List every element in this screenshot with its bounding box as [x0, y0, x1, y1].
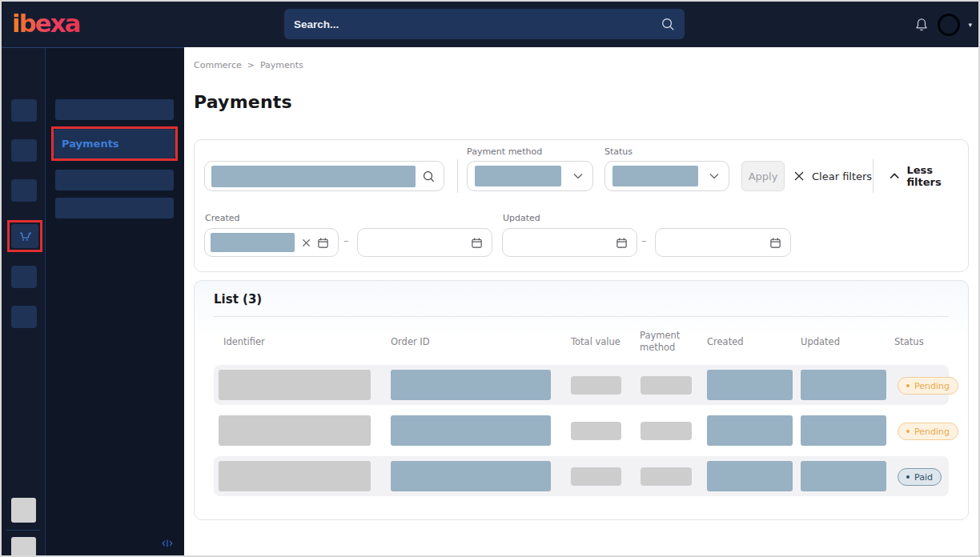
- less-filters-label: Less filters: [906, 164, 968, 188]
- breadcrumb-item-commerce[interactable]: Commerce: [194, 60, 242, 70]
- sidebar-item-1[interactable]: [55, 99, 174, 120]
- global-search[interactable]: [284, 9, 685, 39]
- less-filters-toggle[interactable]: Less filters: [890, 161, 968, 191]
- redacted-created: [707, 415, 793, 446]
- breadcrumb-item-payments[interactable]: Payments: [260, 60, 303, 70]
- redacted-identifier: [219, 415, 371, 446]
- column-header-created: Created: [702, 336, 796, 348]
- redacted-total-value: [571, 467, 621, 486]
- sidebar-item-label: Payments: [62, 138, 119, 150]
- created-to-input[interactable]: [357, 228, 492, 257]
- redacted-order-id: [391, 415, 551, 446]
- payment-method-select[interactable]: [467, 161, 593, 191]
- sidebar-collapse-button[interactable]: [161, 536, 174, 551]
- table-row[interactable]: Pending: [214, 365, 949, 405]
- shopping-cart-icon: [17, 228, 33, 244]
- redacted-payment-method: [641, 467, 692, 486]
- rail-item-5[interactable]: [11, 266, 37, 288]
- secondary-sidebar: Payments: [46, 47, 184, 555]
- redacted-updated: [801, 415, 886, 446]
- status-dot-icon: [906, 475, 910, 479]
- breadcrumb-separator: >: [247, 60, 255, 70]
- filters-panel: Payment method Status Apply: [194, 139, 969, 272]
- page-title: Payments: [194, 92, 292, 112]
- calendar-icon[interactable]: [471, 237, 483, 249]
- rail-divider: [6, 530, 40, 531]
- app-window: ibexa ▾: [0, 0, 980, 557]
- clear-filters-button[interactable]: Clear filters: [793, 161, 872, 191]
- column-header-status: Status: [890, 336, 949, 348]
- calendar-icon[interactable]: [769, 237, 781, 249]
- status-text: Pending: [914, 427, 950, 437]
- annotation-highlight-cart: [7, 220, 42, 252]
- redacted-created: [707, 461, 793, 491]
- calendar-icon[interactable]: [616, 237, 628, 249]
- column-header-total-value: Total value: [566, 336, 635, 348]
- redacted-created: [707, 370, 793, 400]
- filter-search-box[interactable]: [204, 161, 444, 191]
- icon-rail: [2, 47, 46, 555]
- notifications-bell-icon[interactable]: [914, 16, 930, 34]
- redacted-updated: [801, 461, 886, 491]
- redacted-payment-method: [641, 422, 692, 440]
- range-separator: –: [641, 234, 647, 246]
- range-separator: –: [343, 234, 349, 246]
- redacted-total-value: [571, 376, 621, 395]
- updated-label: Updated: [503, 213, 540, 223]
- updated-from-input[interactable]: [502, 228, 637, 257]
- search-input[interactable]: [294, 18, 661, 30]
- search-icon: [661, 17, 675, 31]
- status-select[interactable]: [604, 161, 729, 191]
- list-card: List (3) Identifier Order ID Total value…: [194, 280, 969, 520]
- updated-to-input[interactable]: [655, 228, 791, 257]
- apply-button[interactable]: Apply: [741, 161, 785, 191]
- table-row[interactable]: Pending: [214, 411, 949, 451]
- redacted-payment-method: [641, 376, 692, 395]
- status-dot-icon: [906, 430, 910, 433]
- sidebar-item-3[interactable]: [55, 170, 174, 190]
- chevron-down-icon: [709, 173, 719, 179]
- status-badge: Pending: [898, 423, 958, 440]
- redacted-search-value: [211, 166, 416, 187]
- rail-item-6[interactable]: [11, 306, 37, 328]
- payment-method-label: Payment method: [467, 146, 542, 157]
- table-body: Pending Pending: [214, 365, 949, 502]
- status-text: Pending: [914, 381, 950, 391]
- redacted-order-id: [391, 461, 551, 491]
- rail-item-2[interactable]: [11, 139, 37, 162]
- filter-divider: [457, 159, 458, 193]
- created-from-input[interactable]: [204, 228, 339, 257]
- status-badge: Pending: [898, 377, 958, 395]
- filter-divider: [873, 159, 874, 193]
- rail-bottom-item-1[interactable]: [11, 498, 36, 523]
- annotation-highlight-payments: Payments: [51, 126, 178, 161]
- table-header: Identifier Order ID Total value Payment …: [214, 323, 949, 361]
- rail-item-3[interactable]: [11, 179, 37, 202]
- redacted-identifier: [219, 461, 371, 491]
- commerce-nav-button[interactable]: [11, 224, 38, 248]
- sidebar-item-4[interactable]: [55, 198, 174, 218]
- sidebar-item-payments[interactable]: Payments: [54, 129, 175, 158]
- list-title: List (3): [214, 292, 262, 307]
- clear-filters-label: Clear filters: [812, 170, 872, 182]
- user-menu-caret-icon[interactable]: ▾: [968, 21, 972, 29]
- rail-item-1[interactable]: [11, 99, 37, 122]
- clear-date-icon[interactable]: [302, 238, 311, 247]
- redacted-select-value: [475, 166, 561, 186]
- status-dot-icon: [906, 384, 910, 387]
- redacted-select-value: [612, 166, 698, 186]
- search-icon: [422, 170, 436, 183]
- column-header-order-id: Order ID: [386, 336, 566, 348]
- chevron-up-icon: [890, 173, 899, 179]
- breadcrumb: Commerce > Payments: [194, 60, 303, 70]
- table-row[interactable]: Paid: [214, 456, 949, 496]
- rail-bottom-item-2[interactable]: [11, 537, 36, 557]
- main-content: Commerce > Payments Payments Payment met…: [184, 47, 978, 555]
- ibexa-logo[interactable]: ibexa: [12, 9, 80, 38]
- avatar[interactable]: [938, 14, 960, 36]
- redacted-identifier: [219, 370, 371, 400]
- redacted-total-value: [571, 422, 621, 440]
- redacted-updated: [801, 370, 886, 400]
- close-icon: [793, 170, 805, 182]
- calendar-icon[interactable]: [317, 237, 329, 249]
